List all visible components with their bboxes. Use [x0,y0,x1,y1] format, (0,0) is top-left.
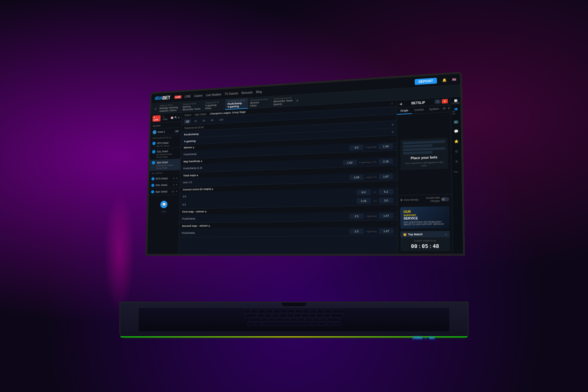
tournament-epic[interactable]: 🌐 Epic Dota2 Champions League, Group Sta… [149,159,180,171]
key[interactable] [327,318,340,322]
key[interactable] [324,314,330,318]
key[interactable] [313,318,319,322]
odd-under25[interactable]: 1.67 [379,174,393,180]
match-tab-2[interactable]: Today at 21:00 V-gamingKhan [203,99,225,111]
chat-button[interactable]: 💬 [160,201,168,208]
bookmark-icon[interactable]: ☆ [391,102,393,105]
betslip-tab-single[interactable]: Single [397,107,412,115]
key[interactable] [317,309,324,313]
chat-icon[interactable]: 💬 [452,128,460,135]
sidebar-live-btn[interactable]: ● LIVE [153,115,161,122]
odd-firstmap-vgaming[interactable]: 1.47 [379,213,394,219]
odd-firstmap-puck[interactable]: 2.5 [349,213,364,219]
key[interactable] [326,322,333,326]
live-stream-icon[interactable]: 📺 [452,118,460,125]
key[interactable] [258,309,265,313]
tournament-esl[interactable]: 🌐 ESL Dota3 Esl Meisterschaft, Group Sta… [150,148,181,160]
filter-all[interactable]: All [184,119,190,124]
key[interactable] [265,314,272,318]
nav-bonuses[interactable]: Bonuses [242,91,253,95]
accept-odds-toggle[interactable] [441,197,449,201]
odd-over25[interactable]: 2.08 [349,175,364,180]
all-bts[interactable]: 🌐 BTS Dota2 4 ▼ [149,175,180,182]
key[interactable] [320,318,327,322]
key[interactable] [244,309,251,313]
favorites-icon[interactable]: Fav... [453,168,461,175]
key[interactable] [276,318,283,322]
betslip-info-icon[interactable]: ℹ [447,105,450,112]
nav-blog[interactable]: Blog [256,90,262,94]
odd-secondmap-vgaming[interactable]: 1.47 [379,228,394,234]
filter-24h[interactable]: 24h [217,118,225,122]
key[interactable] [298,318,305,322]
live-badge[interactable]: LIVE [175,95,182,99]
key[interactable] [273,309,280,313]
key[interactable] [310,309,317,313]
nav-live-dealers[interactable]: Live Dealers [206,93,221,97]
key[interactable] [245,314,257,318]
key[interactable] [281,309,287,313]
support-banner[interactable]: OUR SUPPORT SERVICE ANY QUESTIONS OR PRO… [400,206,450,229]
odd-handicap-vgaming[interactable]: 2.16 [379,158,393,164]
key[interactable] [291,318,297,322]
betslip-tab-system[interactable]: System [427,105,442,113]
match-tab-1[interactable]: Today at 18:00 QwertyWinstrike Team [180,101,203,112]
key[interactable] [302,314,308,318]
key[interactable] [288,309,295,313]
tournament-bts[interactable]: 🌐 BTS Dota2 Bts Pro Series [150,139,181,149]
nav-tv-games[interactable]: TV Games [224,92,238,96]
filter-6h[interactable]: 6h [209,118,215,123]
key[interactable] [266,309,273,313]
key[interactable] [247,322,254,326]
odd-20[interactable]: 6.0 [356,189,371,195]
key[interactable] [272,314,279,318]
key[interactable] [303,309,309,313]
odd-handicap-puck[interactable]: 1.62 [343,160,357,165]
key[interactable] [251,309,258,313]
sidebar-search-btn[interactable]: 🔍 [175,116,177,119]
all-esl[interactable]: 🌐 ESL Dota2 3 ▼ [149,181,180,189]
sidebar-schedule-icon[interactable]: 📅 [171,116,173,119]
key[interactable] [332,309,344,313]
top-match-header[interactable]: 👑 Top Match ▴ [400,231,450,238]
key[interactable] [312,322,318,326]
match-tab-0[interactable]: Today at 15:00 Nemigo GamingGalactic Ali… [157,102,180,114]
sidebar-chevron[interactable]: ▶ [178,116,180,119]
key[interactable] [316,314,323,318]
key[interactable] [334,322,341,326]
match-tab-4[interactable]: Tomorrow at 18:00 BrismeKhan [248,96,271,108]
key[interactable] [269,318,275,322]
key[interactable] [280,314,286,318]
odd-12[interactable]: 3.0 [379,198,393,203]
all-epic[interactable]: 🌐 Epic Dota2 11 ▼ [149,188,180,195]
snowflake-icon[interactable]: ❄ [453,158,461,165]
key[interactable] [305,318,312,322]
key[interactable] [319,322,326,326]
notification-icon[interactable]: 🔔 [442,78,447,82]
sidebar-line-btn[interactable]: ≡ LINE [162,115,170,121]
key[interactable] [255,322,262,326]
clear-betslip-btn[interactable]: 🗑 Clear Betslip [400,198,419,201]
key[interactable] [261,318,268,322]
key[interactable] [325,309,331,313]
odd-21[interactable]: 5.2 [379,189,393,194]
key[interactable] [248,318,261,322]
deposit-button[interactable]: DEPOSIT [415,78,437,85]
key[interactable] [258,314,264,318]
stats-icon[interactable]: 👥 Tis Du... [452,107,459,115]
key[interactable] [295,309,302,313]
odd-02[interactable]: 2.16 [356,198,371,204]
filter-1h[interactable]: 1h [193,119,199,123]
odd-vgaming-win[interactable]: 1.34 [379,143,393,149]
key[interactable] [287,314,294,318]
match-tab-5[interactable]: Tomorrow at 21:00 Winstrike TeamQwerty [271,95,296,107]
key[interactable] [331,314,343,318]
odd-puck-win[interactable]: 3.0 [349,145,364,151]
nav-line[interactable]: LINE [185,95,191,98]
betslip-bolt-icon[interactable]: ⚡ [442,99,448,104]
match-tab-3[interactable]: Tomorrow at 15:00 PuckchampV-gaming [225,98,248,110]
betslip-back[interactable]: ◀ [399,102,402,105]
betslip-config-icon[interactable]: ⚙ [442,105,447,112]
tabs-next[interactable]: ▶ [295,99,300,102]
key[interactable] [283,318,290,322]
